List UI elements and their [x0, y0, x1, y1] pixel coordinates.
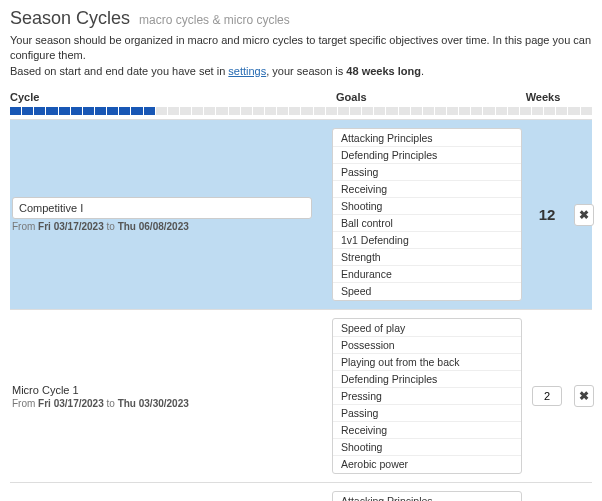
goal-item[interactable]: Endurance	[333, 266, 521, 283]
title-main: Season Cycles	[10, 8, 130, 28]
progress-seg	[532, 107, 543, 115]
progress-seg	[556, 107, 567, 115]
goal-item[interactable]: Pressing	[333, 388, 521, 405]
cycle-weeks	[522, 386, 572, 406]
micro-cycle-row: Micro Cycle 1From Fri 03/17/2023 to Thu …	[10, 309, 592, 482]
delete-button[interactable]: ✖	[574, 385, 594, 407]
progress-seg	[156, 107, 167, 115]
progress-seg	[314, 107, 325, 115]
progress-seg	[34, 107, 45, 115]
progress-seg	[581, 107, 592, 115]
progress-seg	[216, 107, 227, 115]
progress-seg	[459, 107, 470, 115]
progress-seg	[144, 107, 155, 115]
goal-item[interactable]: 1v1 Defending	[333, 232, 521, 249]
goal-item[interactable]: Receiving	[333, 422, 521, 439]
progress-seg	[119, 107, 130, 115]
intro-line1: Your season should be organized in macro…	[10, 34, 591, 61]
goal-item[interactable]: Strength	[333, 249, 521, 266]
goals-box[interactable]: Attacking PrinciplesDefending Principles…	[332, 128, 522, 301]
progress-seg	[253, 107, 264, 115]
macro-cycle-row: From Fri 03/17/2023 to Thu 06/08/2023Att…	[10, 119, 592, 309]
page-title: Season Cycles macro cycles & micro cycle…	[10, 8, 592, 29]
goal-item[interactable]: Passing	[333, 405, 521, 422]
progress-seg	[350, 107, 361, 115]
progress-seg	[338, 107, 349, 115]
progress-seg	[544, 107, 555, 115]
progress-seg	[59, 107, 70, 115]
progress-seg	[46, 107, 57, 115]
progress-seg	[10, 107, 21, 115]
goals-box[interactable]: Attacking PrinciplesSpeed of playTransit…	[332, 491, 522, 501]
cycle-name-label: Micro Cycle 1	[12, 384, 322, 396]
progress-seg	[289, 107, 300, 115]
goal-item[interactable]: Ball control	[333, 215, 521, 232]
cycle-name-input[interactable]	[12, 197, 312, 219]
cycle-delete: ✖	[572, 204, 596, 226]
progress-seg	[241, 107, 252, 115]
progress-seg	[204, 107, 215, 115]
title-sub: macro cycles & micro cycles	[139, 13, 290, 27]
goals-box[interactable]: Speed of playPossessionPlaying out from …	[332, 318, 522, 474]
delete-button[interactable]: ✖	[574, 204, 594, 226]
progress-seg	[326, 107, 337, 115]
goal-item[interactable]: Playing out from the back	[333, 354, 521, 371]
goal-item[interactable]: Attacking Principles	[333, 493, 521, 501]
progress-seg	[22, 107, 33, 115]
col-header-cycle: Cycle	[10, 91, 330, 103]
intro-text: Your season should be organized in macro…	[10, 33, 592, 79]
goal-item[interactable]: Shooting	[333, 198, 521, 215]
goal-item[interactable]: Speed of play	[333, 320, 521, 337]
progress-seg	[265, 107, 276, 115]
cycle-goals: Attacking PrinciplesDefending Principles…	[332, 126, 522, 303]
progress-seg	[386, 107, 397, 115]
goal-item[interactable]: Defending Principles	[333, 147, 521, 164]
progress-seg	[229, 107, 240, 115]
goal-item[interactable]: Possession	[333, 337, 521, 354]
progress-seg	[277, 107, 288, 115]
progress-seg	[447, 107, 458, 115]
goal-item[interactable]: Defending Principles	[333, 371, 521, 388]
progress-seg	[301, 107, 312, 115]
micro-cycle-row: Micro Cycle 2From Fri 03/31/2023 to Thu …	[10, 482, 592, 501]
cycle-weeks: 12	[522, 206, 572, 223]
goal-item[interactable]: Receiving	[333, 181, 521, 198]
progress-seg	[192, 107, 203, 115]
table-header: Cycle Goals Weeks	[10, 89, 592, 107]
progress-seg	[508, 107, 519, 115]
goal-item[interactable]: Attacking Principles	[333, 130, 521, 147]
cycle-left: Micro Cycle 1From Fri 03/17/2023 to Thu …	[12, 384, 332, 409]
progress-seg	[71, 107, 82, 115]
cycle-date-range: From Fri 03/17/2023 to Thu 03/30/2023	[12, 398, 322, 409]
settings-link[interactable]: settings	[228, 65, 266, 77]
goal-item[interactable]: Speed	[333, 283, 521, 299]
goal-item[interactable]: Shooting	[333, 439, 521, 456]
progress-seg	[399, 107, 410, 115]
progress-seg	[107, 107, 118, 115]
progress-seg	[496, 107, 507, 115]
goal-item[interactable]: Aerobic power	[333, 456, 521, 472]
progress-seg	[520, 107, 531, 115]
cycle-delete: ✖	[572, 385, 596, 407]
progress-seg	[568, 107, 579, 115]
goal-item[interactable]: Passing	[333, 164, 521, 181]
progress-seg	[180, 107, 191, 115]
progress-seg	[362, 107, 373, 115]
progress-seg	[95, 107, 106, 115]
progress-seg	[471, 107, 482, 115]
cycle-left: From Fri 03/17/2023 to Thu 06/08/2023	[12, 197, 332, 232]
progress-seg	[374, 107, 385, 115]
progress-seg	[435, 107, 446, 115]
intro-line2b: , your season is	[266, 65, 346, 77]
season-progress-bar	[10, 107, 592, 115]
weeks-input[interactable]	[532, 386, 562, 406]
intro-line2a: Based on start and end date you have set…	[10, 65, 228, 77]
cycle-goals: Speed of playPossessionPlaying out from …	[332, 316, 522, 476]
cycle-goals: Attacking PrinciplesSpeed of playTransit…	[332, 489, 522, 501]
progress-seg	[131, 107, 142, 115]
progress-seg	[83, 107, 94, 115]
col-header-weeks: Weeks	[518, 91, 568, 103]
intro-weeks-long: 48 weeks long	[346, 65, 421, 77]
col-header-goals: Goals	[330, 91, 518, 103]
intro-line2c: .	[421, 65, 424, 77]
